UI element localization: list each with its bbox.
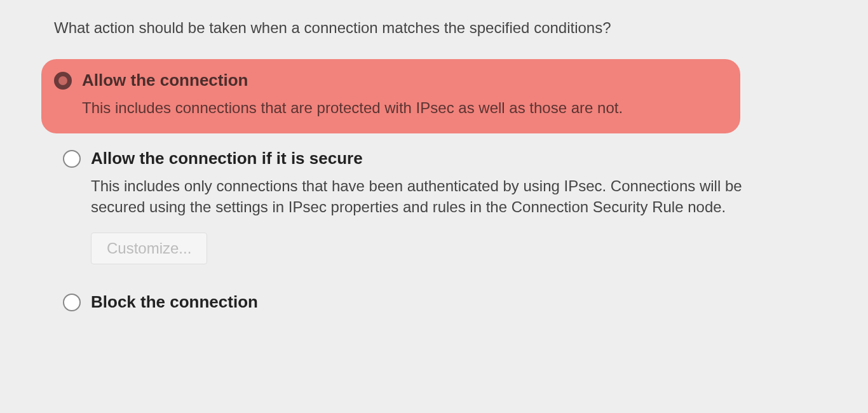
option-label: Allow the connection: [82, 71, 248, 90]
prompt-text: What action should be taken when a conne…: [54, 19, 814, 37]
customize-button[interactable]: Customize...: [91, 233, 207, 264]
option-allow-if-secure[interactable]: Allow the connection if it is secure Thi…: [91, 149, 814, 264]
option-label: Block the connection: [91, 292, 258, 312]
option-header: Block the connection: [63, 292, 814, 312]
option-label: Allow the connection if it is secure: [91, 149, 363, 168]
option-header: Allow the connection: [54, 71, 728, 90]
option-block-connection[interactable]: Block the connection: [91, 292, 814, 312]
option-description: This includes connections that are prote…: [82, 98, 728, 118]
radio-unselected-icon[interactable]: [63, 150, 81, 168]
option-description: This includes only connections that have…: [91, 176, 745, 217]
option-header: Allow the connection if it is secure: [63, 149, 814, 168]
radio-selected-icon[interactable]: [54, 72, 72, 90]
option-allow-connection[interactable]: Allow the connection This includes conne…: [41, 59, 740, 133]
radio-unselected-icon[interactable]: [63, 294, 81, 311]
